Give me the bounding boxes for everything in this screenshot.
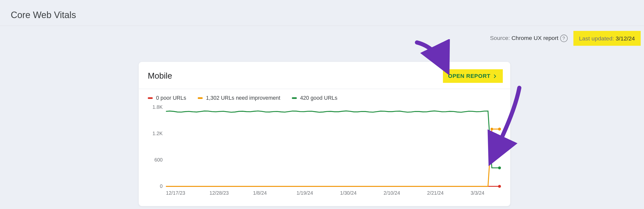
svg-text:1.2K: 1.2K xyxy=(152,131,163,136)
legend-swatch-poor xyxy=(148,97,153,99)
svg-text:600: 600 xyxy=(154,157,163,163)
chevron-right-icon xyxy=(492,73,498,79)
legend-swatch-needs xyxy=(198,97,203,99)
svg-text:2/21/24: 2/21/24 xyxy=(427,190,444,196)
legend-item-good: 420 good URLs xyxy=(292,95,337,101)
svg-text:3/3/24: 3/3/24 xyxy=(471,190,485,196)
legend-label-poor: 0 poor URLs xyxy=(156,95,186,101)
legend-label-needs: 1,302 URLs need improvement xyxy=(206,95,280,101)
page-title-text: Core Web Vitals xyxy=(11,10,76,20)
svg-point-5 xyxy=(498,128,501,130)
card-header: Mobile OPEN REPORT xyxy=(139,62,510,89)
source-value: Chrome UX report xyxy=(511,35,558,41)
last-updated: Last updated: 3/12/24 xyxy=(573,31,641,46)
svg-text:0: 0 xyxy=(160,183,163,189)
svg-point-6 xyxy=(491,128,493,131)
source-block: Source: Chrome UX report ? xyxy=(490,35,568,42)
open-report-button[interactable]: OPEN REPORT xyxy=(443,69,503,83)
source-label: Source: xyxy=(490,35,512,41)
legend: 0 poor URLs 1,302 URLs need improvement … xyxy=(139,89,510,103)
svg-text:1/19/24: 1/19/24 xyxy=(297,190,313,196)
chart-area: 06001.2K1.8K 12/17/2312/28/231/8/241/19/… xyxy=(148,105,506,199)
svg-text:12/17/23: 12/17/23 xyxy=(166,190,185,196)
svg-point-4 xyxy=(498,185,501,188)
meta-row: Source: Chrome UX report ? Last updated:… xyxy=(0,26,644,47)
chart-svg: 06001.2K1.8K 12/17/2312/28/231/8/241/19/… xyxy=(148,105,506,199)
open-report-label: OPEN REPORT xyxy=(448,73,490,79)
svg-text:1/30/24: 1/30/24 xyxy=(340,190,357,196)
legend-swatch-good xyxy=(292,97,297,99)
last-updated-date: 3/12/24 xyxy=(616,35,635,41)
svg-point-7 xyxy=(498,166,501,169)
svg-text:2/10/24: 2/10/24 xyxy=(384,190,400,196)
svg-text:12/28/23: 12/28/23 xyxy=(210,190,229,196)
card-title: Mobile xyxy=(148,71,172,81)
last-updated-label: Last updated: xyxy=(579,35,616,41)
svg-text:1.8K: 1.8K xyxy=(152,105,163,110)
x-axis: 12/17/2312/28/231/8/241/19/241/30/242/10… xyxy=(166,190,485,196)
legend-item-poor: 0 poor URLs xyxy=(148,95,186,101)
mobile-card: Mobile OPEN REPORT 0 poor URLs 1,302 URL… xyxy=(139,62,510,206)
legend-label-good: 420 good URLs xyxy=(300,95,337,101)
help-icon[interactable]: ? xyxy=(560,35,568,42)
svg-text:1/8/24: 1/8/24 xyxy=(253,190,267,196)
plot xyxy=(166,111,501,188)
page-title: Core Web Vitals xyxy=(0,0,644,26)
y-axis: 06001.2K1.8K xyxy=(152,105,163,189)
legend-item-needs: 1,302 URLs need improvement xyxy=(198,95,280,101)
